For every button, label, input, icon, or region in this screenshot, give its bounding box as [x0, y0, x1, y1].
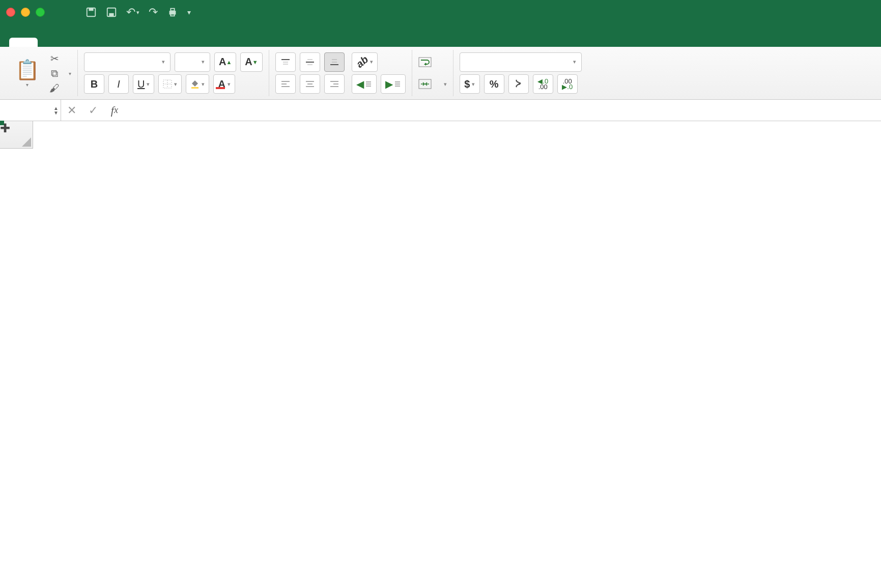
- select-all-corner[interactable]: [0, 121, 33, 149]
- paste-button[interactable]: 📋 ▾: [11, 57, 43, 90]
- font-group: ▾ ▾ A▲ A▼ B I U▾ ▾ ▾ A▾: [78, 50, 269, 96]
- bold-button[interactable]: B: [84, 74, 104, 94]
- save-icon[interactable]: [86, 7, 97, 18]
- quick-access-toolbar: ↶▾ ↷ ▾: [86, 6, 191, 19]
- ribbon: 📋 ▾ ✂ ⧉▾ 🖌 ▾ ▾ A▲ A▼ B I U▾ ▾ ▾: [0, 47, 881, 100]
- save-as-icon[interactable]: [106, 7, 117, 18]
- font-size-select[interactable]: ▾: [175, 52, 210, 72]
- undo-button[interactable]: ↶▾: [126, 6, 139, 19]
- print-icon[interactable]: [167, 7, 178, 18]
- svg-rect-7: [163, 80, 172, 88]
- window-controls: [6, 8, 45, 17]
- format-painter-button[interactable]: 🖌: [48, 82, 71, 94]
- number-group: ▾ $▾ % ⧽ ◀.0.00 .00▶.0: [453, 50, 588, 96]
- fx-button[interactable]: fx: [104, 100, 125, 121]
- comma-style-button[interactable]: ⧽: [508, 74, 529, 94]
- titlebar: ↶▾ ↷ ▾: [0, 0, 881, 24]
- underline-button[interactable]: U▾: [133, 74, 154, 94]
- accept-formula-button[interactable]: ✓: [82, 100, 104, 121]
- tab-review[interactable]: [152, 38, 180, 47]
- wrap-text-button[interactable]: [418, 57, 447, 67]
- ribbon-tabs: [0, 24, 881, 47]
- tab-data[interactable]: [123, 38, 152, 47]
- currency-button[interactable]: $▾: [460, 74, 480, 94]
- tab-page-layout[interactable]: [66, 38, 95, 47]
- wrap-icon: [418, 57, 432, 67]
- alignment-group: ab▾ ◀ ▶: [269, 50, 412, 96]
- increase-indent-button[interactable]: ▶: [381, 74, 406, 94]
- number-format-select[interactable]: ▾: [460, 52, 582, 72]
- copy-icon: ⧉: [48, 68, 61, 79]
- copy-button[interactable]: ⧉▾: [48, 68, 71, 79]
- borders-button[interactable]: ▾: [158, 74, 182, 94]
- tab-home[interactable]: [9, 38, 38, 47]
- customize-qat-button[interactable]: ▾: [187, 8, 191, 16]
- svg-rect-6: [170, 14, 174, 16]
- font-color-button[interactable]: A▾: [213, 74, 235, 94]
- decrease-indent-button[interactable]: ◀: [352, 74, 377, 94]
- merge-center-button[interactable]: ▾: [418, 79, 447, 89]
- percent-button[interactable]: %: [484, 74, 504, 94]
- decrease-decimal-button[interactable]: .00▶.0: [557, 74, 578, 94]
- fill-color-button[interactable]: ▾: [186, 74, 209, 94]
- tab-insert[interactable]: [38, 38, 66, 47]
- tab-view[interactable]: [180, 38, 209, 47]
- align-top-button[interactable]: [275, 52, 296, 72]
- decrease-font-button[interactable]: A▼: [240, 52, 262, 72]
- name-box[interactable]: ▲▼: [0, 100, 61, 121]
- increase-decimal-button[interactable]: ◀.0.00: [533, 74, 553, 94]
- redo-button[interactable]: ↷: [149, 6, 158, 19]
- italic-button[interactable]: I: [108, 74, 129, 94]
- maximize-window-button[interactable]: [36, 8, 45, 17]
- cancel-formula-button[interactable]: ✕: [61, 100, 82, 121]
- align-right-button[interactable]: [324, 74, 345, 94]
- svg-rect-5: [170, 9, 174, 11]
- svg-rect-3: [109, 13, 113, 16]
- minimize-window-button[interactable]: [21, 8, 30, 17]
- scissors-icon: ✂: [48, 52, 61, 65]
- align-center-button[interactable]: [300, 74, 320, 94]
- increase-font-button[interactable]: A▲: [214, 52, 236, 72]
- orientation-button[interactable]: ab▾: [352, 52, 378, 72]
- tab-formulas[interactable]: [95, 38, 123, 47]
- font-name-select[interactable]: ▾: [84, 52, 170, 72]
- align-bottom-button[interactable]: [324, 52, 345, 72]
- close-window-button[interactable]: [6, 8, 15, 17]
- merge-icon: [418, 79, 432, 89]
- clipboard-icon: 📋: [15, 59, 39, 81]
- formula-bar: ▲▼ ✕ ✓ fx: [0, 100, 881, 121]
- wrap-merge-group: ▾: [412, 50, 453, 96]
- cut-button[interactable]: ✂: [48, 52, 71, 65]
- svg-rect-1: [89, 8, 93, 11]
- clipboard-group: 📋 ▾ ✂ ⧉▾ 🖌: [5, 50, 78, 96]
- align-middle-button[interactable]: [300, 52, 320, 72]
- paintbrush-icon: 🖌: [48, 82, 61, 94]
- svg-rect-10: [191, 87, 198, 89]
- align-left-button[interactable]: [275, 74, 296, 94]
